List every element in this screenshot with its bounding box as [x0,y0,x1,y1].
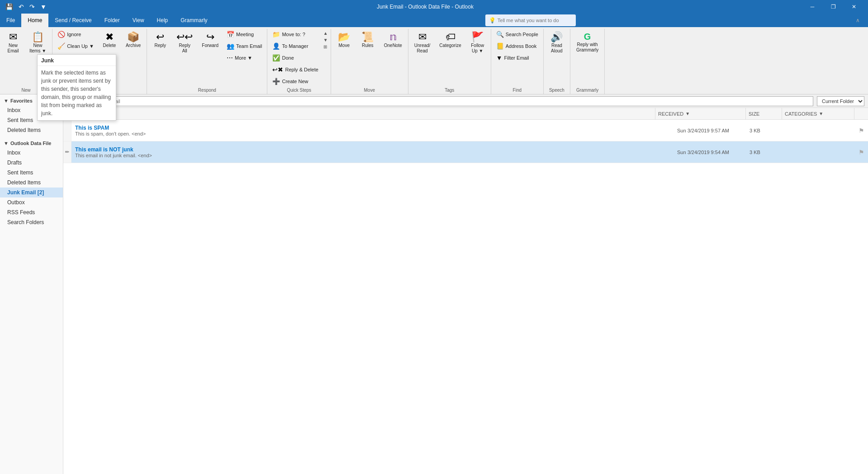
window-controls: ─ ❐ ✕ [802,0,864,14]
speech-group-label: Speech [545,87,568,94]
search-people-button[interactable]: 🔍 Search People [493,29,541,40]
move-icon: 📂 [338,32,350,42]
sidebar-item-outbox[interactable]: Outbox [0,197,63,207]
categories-column-header[interactable]: CATEGORIES ▼ [782,108,854,119]
new-email-icon: ✉ [9,32,17,42]
more-respond-icon: ⋯ [227,54,233,61]
scroll-down-icon[interactable]: ▼ [323,37,329,43]
scroll-up-icon[interactable]: ▲ [323,30,329,37]
sidebar-item-inbox[interactable]: Inbox [0,148,63,158]
ignore-button[interactable]: 🚫 Ignore [54,29,97,40]
sidebar-item-favorites-deleted[interactable]: Deleted Items [0,125,63,135]
customize-qa-button[interactable]: ▼ [38,2,48,11]
team-email-button[interactable]: 👥 Team Email [223,41,265,52]
size-col-label: SIZE [749,111,759,117]
ignore-icon: 🚫 [57,31,65,38]
received-column-header[interactable]: RECEIVED ▼ [655,108,746,119]
outlook-data-section: ▼ Outlook Data File Inbox Drafts Sent It… [0,137,63,229]
to-manager-icon: 👤 [272,42,280,50]
sidebar-item-drafts[interactable]: Drafts [0,158,63,168]
redo-qa-button[interactable]: ↷ [28,2,37,11]
ribbon-tabs: File Home Send / Receive Folder View Hel… [0,14,868,27]
new-items-icon: 📋 [32,32,44,42]
close-button[interactable]: ✕ [844,0,864,14]
categorize-label: Categorize [439,43,461,48]
sidebar-item-deleted[interactable]: Deleted Items [0,178,63,188]
size-column-header[interactable]: SIZE [746,108,782,119]
sidebar-item-search-folders[interactable]: Search Folders [0,217,63,227]
reply-delete-button[interactable]: ↩✖ Reply & Delete [269,64,321,75]
categorize-button[interactable]: 🏷 Categorize [435,29,465,52]
delete-button[interactable]: ✖ Delete [98,29,121,52]
archive-button[interactable]: 📦 Archive [122,29,145,52]
tab-help[interactable]: Help [151,14,175,27]
tell-me-input[interactable] [498,18,572,23]
tab-view[interactable]: View [126,14,151,27]
reply-delete-label: Reply & Delete [285,67,318,72]
new-email-button[interactable]: ✉ NewEmail [2,29,24,57]
sidebar-item-junk[interactable]: Junk Email [2] [0,188,63,197]
reply-with-grammarly-button[interactable]: G Reply withGrammarly [572,29,602,56]
search-people-label: Search People [506,32,538,37]
undo-qa-button[interactable]: ↶ [17,2,26,11]
email-row[interactable]: This is SPAM This is spam, don't open. <… [63,120,868,141]
cleanup-button[interactable]: 🧹 Clean Up ▼ [54,41,97,52]
rules-label: Rules [362,43,374,48]
tab-file[interactable]: File [0,14,21,27]
reply-grammarly-label: Reply withGrammarly [576,42,598,53]
to-manager-button[interactable]: 👤 To Manager [269,41,321,52]
reply-button[interactable]: ↩ Reply [149,29,171,52]
folder-scope-select[interactable]: Current Folder All Mailboxes [817,96,864,106]
sidebar-item-rss[interactable]: RSS Feeds [0,207,63,217]
ribbon-minimize-button[interactable]: ∧ [847,14,868,27]
search-input[interactable] [79,99,810,104]
email-row-content-1: This is SPAM This is spam, don't open. <… [71,122,674,139]
lightbulb-icon: 💡 [489,17,496,23]
move-button[interactable]: 📂 Move [333,29,356,52]
forward-button[interactable]: ↪ Forward [198,29,223,52]
restore-button[interactable]: ❐ [823,0,844,14]
reply-delete-icon: ↩✖ [272,66,283,73]
address-book-icon: 📒 [496,42,504,50]
tell-me-box[interactable]: 💡 [485,14,576,26]
rules-icon: 📜 [361,32,374,42]
minimize-button[interactable]: ─ [802,0,823,14]
sidebar-item-sent[interactable]: Sent Items [0,168,63,178]
move-to-button[interactable]: 📁 Move to: ? [269,29,321,40]
unread-read-button[interactable]: ✉ Unread/Read [410,29,435,57]
tab-folder[interactable]: Folder [98,14,126,27]
tab-grammarly[interactable]: Grammarly [174,14,213,27]
email-row-meta-2: Sun 3/24/2019 9:54 AM 3 KB [674,150,854,155]
received-sort-icon: ▼ [685,111,690,116]
save-qa-button[interactable]: 💾 [4,2,15,11]
ribbon-group-speech: 🔊 ReadAloud Speech [544,29,570,94]
email-size-1: 3 KB [749,128,786,133]
onenote-button[interactable]: 𝕟 OneNote [380,29,406,52]
email-flag-1[interactable]: ⚑ [854,127,868,134]
create-new-button[interactable]: ➕ Create New [269,76,321,87]
read-aloud-button[interactable]: 🔊 ReadAloud [545,29,568,57]
expand-qs-icon[interactable]: ⊞ [323,43,329,50]
done-button[interactable]: ✅ Done [269,52,321,63]
move-label: Move [339,43,350,48]
tab-send-receive[interactable]: Send / Receive [48,14,98,27]
more-respond-button[interactable]: ⋯ More ▼ [223,52,265,63]
meeting-button[interactable]: 📅 Meeting [223,29,265,40]
tab-home[interactable]: Home [21,14,48,27]
follow-up-button[interactable]: 🚩 FollowUp ▼ [466,29,489,57]
rules-button[interactable]: 📜 Rules [356,29,379,52]
email-row-selected[interactable]: ✏ This email is NOT junk This email in n… [63,141,868,163]
address-book-button[interactable]: 📒 Address Book [493,41,540,52]
read-aloud-icon: 🔊 [550,32,563,42]
new-items-button[interactable]: 📋 NewItems ▼ [25,29,50,57]
subject-column-header[interactable]: SUBJECT [71,108,655,119]
email-flag-2[interactable]: ⚑ [854,149,868,156]
favorites-label: Favorites [10,98,33,103]
quick-access-toolbar: 💾 ↶ ↷ ▼ [4,2,48,11]
filter-email-button[interactable]: ▼ Filter Email [493,52,532,63]
search-box[interactable]: 🔍 [67,96,813,106]
move-to-icon: 📁 [272,31,280,38]
outlook-data-header[interactable]: ▼ Outlook Data File [0,139,63,148]
to-manager-label: To Manager [282,43,308,49]
reply-all-button[interactable]: ↩↩ ReplyAll [172,29,197,57]
